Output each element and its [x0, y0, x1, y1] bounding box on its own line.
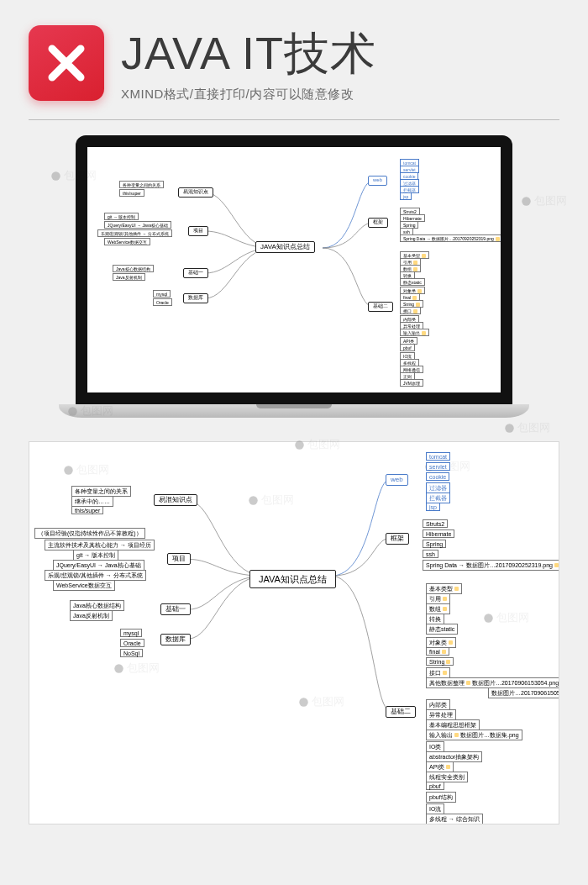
branch-project: 项目: [188, 226, 208, 236]
leaf: mysql: [153, 290, 171, 298]
leaf: Oracle: [120, 639, 144, 647]
leaf: this/super: [71, 506, 103, 514]
leaf: 数据图片…20170906150525.png: [488, 687, 559, 698]
laptop-screen: JAVA知识点总结 易混知识点 各种变量之间的关系 this/super 项目 …: [87, 147, 501, 392]
leaf: servlet: [426, 462, 450, 471]
leaf: String: [426, 657, 454, 666]
leaf: cookie: [426, 472, 449, 481]
root-node: JAVA知识点总结: [249, 570, 336, 588]
leaf: 静态static: [400, 278, 425, 286]
leaf: 输入输出 数据图片…数据集.png: [426, 730, 522, 740]
leaf: jsp: [400, 192, 412, 200]
root-node: JAVA知识点总结: [255, 241, 315, 253]
branch-basic1: 基础一: [183, 268, 208, 278]
leaf: Java核心数据结构: [113, 265, 154, 272]
leaf: 乐观/悲观锁/其他插件 → 分布式系统: [97, 229, 172, 237]
branch-project: 项目: [167, 553, 191, 565]
page-title: JAVA IT技术: [121, 24, 559, 85]
template-header: JAVA IT技术 XMIND格式/直接打印/内容可以随意修改: [0, 0, 588, 119]
leaf: 各种变量之间的关系: [119, 181, 164, 188]
laptop-bezel: JAVA知识点总结 易混知识点 各种变量之间的关系 this/super 项目 …: [76, 135, 512, 404]
branch-easy-confuse: 易混知识点: [178, 187, 213, 198]
leaf: git → 版本控制: [104, 213, 139, 220]
leaf: Java反射机制: [113, 273, 145, 281]
branch-framework: 框架: [368, 218, 388, 228]
branch-basic2: 基础二: [386, 706, 416, 718]
leaf: JQuery/EasyUI → Java核心基础: [104, 221, 171, 229]
leaf: pbuf: [426, 782, 444, 790]
laptop-base: [59, 404, 529, 418]
svg-point-11: [505, 424, 513, 432]
mindmap-preview-small: JAVA知识点总结 易混知识点 各种变量之间的关系 this/super 项目 …: [87, 147, 501, 392]
branch-database: 数据库: [160, 634, 191, 645]
leaf: WebService数据交互: [53, 580, 115, 591]
leaf: Oracle: [153, 298, 172, 306]
mindmap-canvas: JAVA知识点总结 易混知识点 各种变量之间的关系 继承中的…… this/su…: [29, 442, 559, 824]
branch-web: web: [386, 474, 408, 486]
leaf: mysql: [120, 629, 142, 637]
page-subtitle: XMIND格式/直接打印/内容可以随意修改: [121, 87, 559, 103]
leaf: 多线程 → 综合知识: [426, 814, 483, 824]
laptop-mockup: JAVA知识点总结 易混知识点 各种变量之间的关系 this/super 项目 …: [0, 135, 588, 418]
leaf: 静态static: [426, 624, 458, 635]
leaf: tomcat: [426, 452, 450, 461]
leaf: WebService数据交互: [104, 238, 150, 245]
attachment-icon: [496, 237, 500, 241]
branch-database: 数据库: [183, 293, 208, 303]
branch-web: web: [368, 176, 387, 186]
leaf: jsp: [426, 503, 440, 511]
branch-basic2: 基础二: [368, 302, 393, 312]
leaf: this/super: [119, 189, 144, 197]
leaf: NoSql: [120, 649, 143, 657]
leaf: Struts2: [423, 519, 448, 528]
leaf: Spring Data → 数据图片…20170920252319.png: [400, 234, 501, 242]
mindmap-preview-large: JAVA知识点总结 易混知识点 各种变量之间的关系 继承中的…… this/su…: [29, 441, 559, 824]
branch-easy-confuse: 易混知识点: [154, 494, 197, 506]
leaf: final: [426, 647, 449, 656]
leaf: 接口: [400, 307, 421, 314]
leaf: Hibernate: [423, 529, 454, 538]
leaf: Spring Data → 数据图片…20170920252319.png: [423, 560, 559, 571]
leaf: （项目经验(仅指持续性作品不算教程)）: [34, 528, 145, 539]
branch-framework: 框架: [386, 533, 409, 545]
leaf: ssh: [423, 550, 438, 558]
xmind-logo-icon: [29, 25, 104, 101]
attachment-icon: [554, 563, 559, 567]
branch-basic1: 基础一: [160, 603, 191, 615]
watermark: 包图网: [504, 420, 550, 435]
leaf: Java反射机制: [70, 610, 113, 621]
title-block: JAVA IT技术 XMIND格式/直接打印/内容可以随意修改: [121, 24, 559, 103]
header-divider: [29, 119, 559, 120]
leaf: pbuf结构: [426, 792, 456, 803]
leaf: 输入输出: [400, 329, 429, 336]
svg-point-0: [62, 59, 71, 67]
leaf: Spring: [423, 540, 446, 548]
leaf: JVM原理: [400, 379, 423, 387]
leaf: pbuf: [400, 344, 415, 351]
